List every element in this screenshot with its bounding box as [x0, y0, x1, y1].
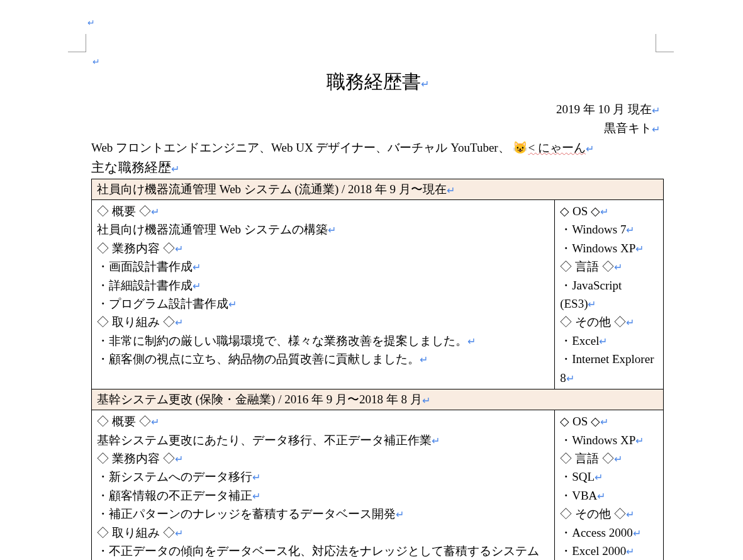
lang-label: ◇ 言語 ◇: [560, 452, 614, 465]
project-header: 社員向け機器流通管理 Web システム (流通業) / 2018 年 9 月〜現…: [92, 179, 664, 199]
intro-text: Web フロントエンドエンジニア、Web UX デザイナー、バーチャル YouT…: [91, 141, 510, 154]
work-label: ◇ 業務内容 ◇: [97, 452, 175, 465]
paragraph-mark-icon: ↵: [626, 318, 634, 328]
effort-item: ・不正データの傾向をデータベース化、対応法をナレッジとして蓄積するシステムを提案…: [97, 544, 539, 560]
project-right-cell: ◇ OS ◇↵ ・Windows 7↵ ・Windows XP↵ ◇ 言語 ◇↵…: [555, 199, 664, 389]
paragraph-mark-icon: ↵: [171, 163, 179, 174]
effort-item: ・非常に制約の厳しい職場環境で、様々な業務改善を提案しました。: [97, 334, 467, 347]
paragraph-mark-icon: ↵: [652, 124, 660, 135]
paragraph-mark-icon: ↵: [422, 395, 430, 406]
project-header-text: 基幹システム更改 (保険・金融業) / 2016 年 9 月〜2018 年 8 …: [97, 393, 422, 406]
overview-label: ◇ 概要 ◇: [97, 415, 151, 428]
os-item: ・Windows 7: [560, 223, 626, 236]
experience-table: 社員向け機器流通管理 Web システム (流通業) / 2018 年 9 月〜現…: [91, 179, 664, 560]
paragraph-mark-icon: ↵: [252, 473, 260, 483]
section-heading: 主な職務経歴↵: [91, 159, 664, 176]
os-item: ・Windows XP: [560, 434, 635, 447]
other-label: ◇ その他 ◇: [560, 315, 626, 328]
overview-text: 社員向け機器流通管理 Web システムの構築: [97, 223, 328, 236]
os-label: ◇ OS ◇: [560, 204, 600, 218]
paragraph-mark-icon: ↵: [151, 417, 159, 427]
paragraph-mark-icon: ↵: [92, 57, 100, 67]
cat-emoji-icon: 😺: [513, 141, 528, 154]
lang-item: ・SQL: [560, 470, 595, 483]
paragraph-mark-icon: ↵: [595, 473, 603, 483]
paragraph-mark-icon: ↵: [175, 528, 183, 539]
paragraph-mark-icon: ↵: [193, 281, 201, 291]
paragraph-mark-icon: ↵: [447, 185, 455, 196]
paragraph-mark-icon: ↵: [396, 510, 404, 520]
intro-squiggle-text: < にゃーん: [528, 141, 585, 154]
paragraph-mark-icon: ↵: [175, 244, 183, 254]
intro-line: Web フロントエンドエンジニア、Web UX デザイナー、バーチャル YouT…: [91, 140, 664, 156]
paragraph-mark-icon: ↵: [228, 299, 237, 310]
paragraph-mark-icon: ↵: [635, 244, 644, 254]
project-header: 基幹システム更改 (保険・金融業) / 2016 年 9 月〜2018 年 8 …: [92, 389, 664, 410]
paragraph-mark-icon: ↵: [597, 491, 605, 501]
paragraph-mark-icon: ↵: [87, 18, 95, 28]
work-item: ・プログラム設計書作成: [97, 297, 228, 310]
effort-label: ◇ 取り組み ◇: [97, 526, 175, 539]
overview-label: ◇ 概要 ◇: [97, 204, 151, 218]
paragraph-mark-icon: ↵: [626, 510, 634, 520]
paragraph-mark-icon: ↵: [193, 262, 201, 272]
paragraph-mark-icon: ↵: [626, 546, 634, 557]
paragraph-mark-icon: ↵: [151, 206, 159, 217]
paragraph-mark-icon: ↵: [600, 417, 608, 427]
work-item: ・詳細設計書作成: [97, 279, 193, 292]
paragraph-mark-icon: ↵: [626, 225, 634, 235]
project-left-cell: ◇ 概要 ◇↵ 基幹システム更改にあたり、データ移行、不正データ補正作業↵ ◇ …: [92, 410, 555, 560]
document-title: 職務経歴書↵: [91, 69, 664, 95]
os-label: ◇ OS ◇: [560, 415, 600, 428]
os-item: ・Windows XP: [560, 242, 635, 255]
work-label: ◇ 業務内容 ◇: [97, 242, 175, 255]
paragraph-mark-icon: ↵: [566, 373, 574, 384]
paragraph-mark-icon: ↵: [420, 355, 428, 366]
lang-item: ・VBA: [560, 489, 597, 502]
paragraph-mark-icon: ↵: [467, 336, 476, 347]
work-item: ・補正パターンのナレッジを蓄積するデータベース開発: [97, 507, 396, 520]
meta-date: 2019 年 10 月 現在: [556, 103, 652, 116]
paragraph-mark-icon: ↵: [586, 143, 594, 154]
crop-mark-top-left: [68, 34, 86, 52]
paragraph-mark-icon: ↵: [614, 262, 622, 272]
lang-label: ◇ 言語 ◇: [560, 260, 614, 273]
meta-block: 2019 年 10 月 現在↵ 黒音キト↵: [91, 100, 660, 138]
other-item: ・Excel: [560, 334, 599, 347]
paragraph-mark-icon: ↵: [600, 206, 608, 217]
paragraph-mark-icon: ↵: [421, 79, 429, 89]
project-left-cell: ◇ 概要 ◇↵ 社員向け機器流通管理 Web システムの構築↵ ◇ 業務内容 ◇…: [92, 199, 555, 389]
paragraph-mark-icon: ↵: [635, 435, 644, 446]
paragraph-mark-icon: ↵: [252, 491, 260, 501]
work-item: ・画面設計書作成: [97, 260, 193, 273]
paragraph-mark-icon: ↵: [633, 528, 641, 539]
paragraph-mark-icon: ↵: [175, 454, 183, 464]
overview-text: 基幹システム更改にあたり、データ移行、不正データ補正作業: [97, 434, 432, 447]
other-item: ・Access 2000: [560, 526, 633, 539]
section-heading-text: 主な職務経歴: [91, 160, 171, 175]
paragraph-mark-icon: ↵: [599, 336, 607, 347]
paragraph-mark-icon: ↵: [175, 318, 183, 328]
effort-item: ・顧客側の視点に立ち、納品物の品質改善に貢献しました。: [97, 352, 420, 366]
paragraph-mark-icon: ↵: [432, 435, 440, 446]
other-label: ◇ その他 ◇: [560, 507, 626, 520]
effort-label: ◇ 取り組み ◇: [97, 315, 175, 328]
paragraph-mark-icon: ↵: [588, 299, 596, 310]
paragraph-mark-icon: ↵: [614, 454, 622, 464]
project-right-cell: ◇ OS ◇↵ ・Windows XP↵ ◇ 言語 ◇↵ ・SQL↵ ・VBA↵…: [555, 410, 664, 560]
meta-name: 黒音キト: [604, 121, 652, 135]
work-item: ・顧客情報の不正データ補正: [97, 489, 252, 502]
other-item: ・Excel 2000: [560, 544, 626, 557]
project-header-text: 社員向け機器流通管理 Web システム (流通業) / 2018 年 9 月〜現…: [97, 182, 447, 196]
paragraph-mark-icon: ↵: [652, 105, 660, 116]
document-page: ↵ ↵ 職務経歴書↵ 2019 年 10 月 現在↵ 黒音キト↵ Web フロン…: [91, 13, 664, 560]
paragraph-mark-icon: ↵: [328, 225, 336, 235]
work-item: ・新システムへのデータ移行: [97, 470, 252, 483]
title-text: 職務経歴書: [327, 71, 421, 92]
